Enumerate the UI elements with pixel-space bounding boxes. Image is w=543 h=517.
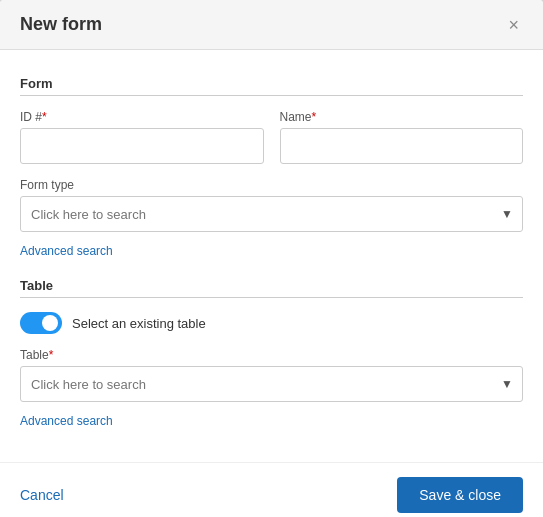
id-input[interactable] bbox=[20, 128, 264, 164]
form-section-header: Form bbox=[20, 76, 523, 96]
save-close-button[interactable]: Save & close bbox=[397, 477, 523, 513]
form-type-dropdown-wrapper: ▼ bbox=[20, 196, 523, 232]
table-section-divider bbox=[20, 297, 523, 298]
modal-header: New form × bbox=[0, 0, 543, 50]
name-field-group: Name* bbox=[280, 110, 524, 164]
name-input[interactable] bbox=[280, 128, 524, 164]
select-existing-table-toggle[interactable] bbox=[20, 312, 62, 334]
toggle-label: Select an existing table bbox=[72, 316, 206, 331]
table-field-group: Table* ▼ bbox=[20, 348, 523, 402]
table-section-header: Table bbox=[20, 278, 523, 298]
table-input[interactable] bbox=[20, 366, 523, 402]
table-field-label: Table* bbox=[20, 348, 523, 362]
cancel-button[interactable]: Cancel bbox=[20, 487, 64, 503]
form-section-label: Form bbox=[20, 76, 523, 91]
form-type-advanced-search-link[interactable]: Advanced search bbox=[20, 244, 113, 258]
form-type-group: Form type ▼ bbox=[20, 178, 523, 232]
toggle-slider bbox=[20, 312, 62, 334]
id-label: ID #* bbox=[20, 110, 264, 124]
name-required-star: * bbox=[312, 110, 317, 124]
name-label: Name* bbox=[280, 110, 524, 124]
modal-body: Form ID #* Name* Form type ▼ bbox=[0, 50, 543, 462]
id-field-group: ID #* bbox=[20, 110, 264, 164]
form-type-input[interactable] bbox=[20, 196, 523, 232]
id-required-star: * bbox=[42, 110, 47, 124]
table-dropdown-wrapper: ▼ bbox=[20, 366, 523, 402]
form-section-divider bbox=[20, 95, 523, 96]
close-button[interactable]: × bbox=[504, 16, 523, 34]
form-type-label: Form type bbox=[20, 178, 523, 192]
id-name-row: ID #* Name* bbox=[20, 110, 523, 164]
new-form-modal: New form × Form ID #* Name* bbox=[0, 0, 543, 517]
table-required-star: * bbox=[49, 348, 54, 362]
table-advanced-search-link[interactable]: Advanced search bbox=[20, 414, 113, 428]
modal-footer: Cancel Save & close bbox=[0, 462, 543, 517]
table-section-label: Table bbox=[20, 278, 523, 293]
modal-title: New form bbox=[20, 14, 102, 35]
toggle-row: Select an existing table bbox=[20, 312, 523, 334]
